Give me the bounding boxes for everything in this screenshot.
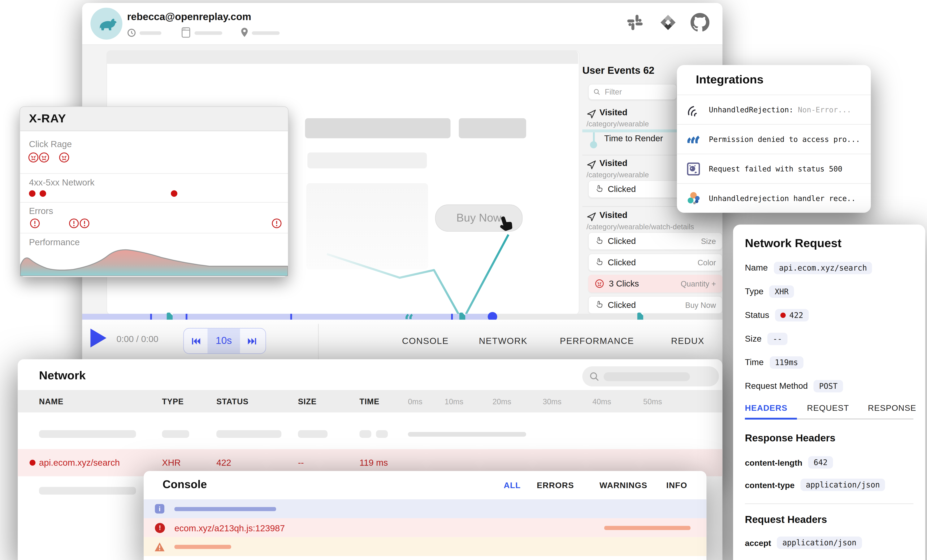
- console-tab-warnings[interactable]: WARNINGS: [599, 480, 647, 490]
- tab-performance[interactable]: PERFORMANCE: [560, 335, 634, 346]
- skip-forward-button[interactable]: [240, 329, 264, 354]
- xray-title: X-RAY: [29, 112, 66, 125]
- error-icon[interactable]: [271, 218, 282, 229]
- timeline-event-tick: [150, 314, 152, 320]
- session-duration-skeleton: [140, 31, 161, 35]
- tab-request[interactable]: REQUEST: [807, 403, 849, 413]
- event-visited[interactable]: Visited: [599, 158, 628, 168]
- network-row-skeleton[interactable]: [18, 420, 723, 448]
- warning-icon: [154, 542, 165, 552]
- field-size: Size --: [745, 331, 787, 346]
- page-skeleton-block: [305, 118, 451, 138]
- header-row: accept application/json: [745, 537, 862, 549]
- console-row-info[interactable]: i: [144, 499, 707, 518]
- event-clicked[interactable]: Clicked Buy Now: [588, 296, 722, 314]
- request-name: api.ecom.xyz/search: [39, 457, 120, 467]
- log-skeleton: [604, 526, 691, 530]
- rhino-icon: [94, 12, 118, 35]
- event-rage-clicks[interactable]: 3 Clicks Quantity +: [588, 275, 722, 293]
- buy-now-label: Buy Now: [456, 211, 501, 225]
- performance-sparkline: [20, 247, 288, 276]
- tab-network[interactable]: NETWORK: [479, 335, 527, 346]
- network-error-dot[interactable]: [171, 190, 178, 197]
- event-clicked-label: Clicked: [608, 300, 636, 310]
- event-clicked-label: Clicked: [608, 237, 636, 246]
- slack-icon[interactable]: [626, 14, 644, 32]
- play-button[interactable]: [90, 329, 106, 348]
- event-clicked-label: Clicked: [608, 258, 636, 267]
- request-status: 422: [216, 457, 231, 467]
- skip-interval[interactable]: 10s: [208, 329, 240, 354]
- console-tab-info[interactable]: INFO: [666, 480, 687, 490]
- divider: [20, 233, 288, 234]
- console-row-error[interactable]: ! ecom.xyz/a213qh.js:123987: [144, 518, 707, 537]
- skip-back-button[interactable]: [184, 329, 208, 354]
- console-tab-all[interactable]: ALL: [504, 480, 521, 490]
- header-label: content-type: [745, 480, 795, 490]
- xray-panel: X-RAY Click Rage 4xx-5xx Network Errors …: [20, 106, 289, 277]
- event-clicked[interactable]: Clicked Size: [588, 232, 722, 250]
- tab-response[interactable]: RESPONSE: [868, 403, 916, 413]
- tab-headers[interactable]: HEADERS: [745, 403, 787, 413]
- click-hand-icon: [595, 237, 603, 246]
- event-visited[interactable]: Visited: [599, 210, 628, 220]
- event-metric[interactable]: Time to Render: [604, 134, 663, 143]
- integration-item-sentry[interactable]: UnhandledRejection: Non-Error...: [677, 94, 871, 124]
- event-clicked[interactable]: Clicked Color: [588, 253, 722, 272]
- session-header: rebecca@openreplay.com: [82, 3, 723, 45]
- rage-face-icon[interactable]: [38, 152, 50, 163]
- info-icon: i: [155, 504, 164, 513]
- error-icon[interactable]: [30, 218, 40, 229]
- player-timeline-progress: [82, 314, 492, 320]
- metric-marker-dot: [590, 141, 597, 149]
- tab-console[interactable]: CONSOLE: [402, 335, 449, 346]
- rage-face-icon[interactable]: [28, 152, 39, 163]
- waves-icon: [686, 132, 701, 146]
- search-placeholder-skeleton: [604, 372, 690, 381]
- performance-label: Performance: [29, 237, 80, 247]
- integration-item-elastic[interactable]: Unhandledrejection handler rece..: [677, 183, 871, 213]
- tab-redux[interactable]: REDUX: [671, 335, 704, 346]
- player-timeline[interactable]: [82, 314, 723, 320]
- skip-back-icon: [191, 336, 201, 346]
- col-type: TYPE: [162, 397, 184, 406]
- sentry-icon: [686, 103, 701, 117]
- event-target: Color: [698, 258, 716, 267]
- error-icon[interactable]: [79, 218, 90, 229]
- click-rage-label: Click Rage: [29, 139, 72, 149]
- jira-icon[interactable]: [659, 14, 677, 32]
- field-value: 119ms: [769, 356, 803, 369]
- field-type: Type XHR: [745, 284, 794, 299]
- navigate-icon: [587, 159, 597, 170]
- request-size: --: [298, 457, 304, 467]
- integration-message: Request failed with status 500: [709, 164, 842, 173]
- waterfall-bar: [408, 432, 526, 437]
- status-error-dot: [780, 312, 786, 317]
- github-icon[interactable]: [690, 13, 709, 32]
- header-value: application/json: [777, 537, 862, 549]
- page-skeleton-image: [306, 183, 428, 270]
- error-icon: !: [155, 523, 165, 533]
- error-icon[interactable]: [68, 218, 79, 229]
- field-value: XHR: [769, 285, 794, 297]
- header-label: accept: [745, 538, 771, 548]
- console-row-warning[interactable]: [144, 537, 707, 556]
- divider: [20, 202, 288, 203]
- rage-face-icon[interactable]: [58, 152, 70, 163]
- network-error-dot[interactable]: [29, 190, 35, 197]
- console-tab-errors[interactable]: ERRORS: [537, 480, 574, 490]
- network-error-dot[interactable]: [40, 190, 46, 197]
- integration-message: Unhandledrejection handler rece..: [709, 194, 856, 203]
- events-filter-input[interactable]: [604, 87, 672, 97]
- event-visited[interactable]: Visited: [599, 108, 628, 117]
- tick-10ms: 10ms: [445, 397, 464, 406]
- console-title: Console: [163, 478, 207, 491]
- integration-item-datadog[interactable]: Request failed with status 500: [677, 153, 871, 183]
- events-filter[interactable]: [588, 84, 677, 100]
- field-label: Time: [745, 358, 764, 367]
- integration-item-waves[interactable]: Permission denied to access pro...: [677, 124, 871, 153]
- field-value: api.ecom.xyz/search: [774, 261, 872, 274]
- col-status: STATUS: [216, 397, 248, 406]
- network-search[interactable]: [582, 366, 719, 387]
- search-icon: [590, 372, 599, 381]
